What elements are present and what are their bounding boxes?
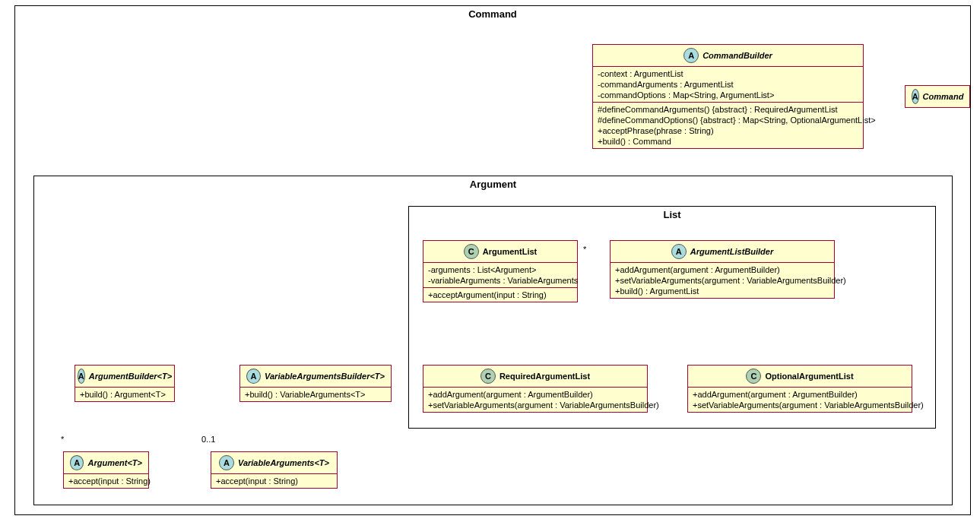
class-variable-arguments: A VariableArguments<T> +accept(input : S… bbox=[211, 451, 338, 489]
abstract-badge-icon: A bbox=[683, 48, 699, 63]
package-argument-title: Argument bbox=[34, 179, 952, 190]
class-title: RequiredArgumentList bbox=[500, 372, 590, 381]
op: +acceptPhrase(phrase : String) bbox=[598, 125, 858, 136]
class-title: Argument<T> bbox=[87, 458, 142, 467]
class-title: ArgumentList bbox=[483, 247, 538, 256]
class-title: CommandBuilder bbox=[702, 51, 772, 60]
class-command-builder: A CommandBuilder -context : ArgumentList… bbox=[592, 44, 864, 149]
class-argument-list-builder: A ArgumentListBuilder +addArgument(argum… bbox=[610, 240, 835, 299]
op: +setVariableArguments(argument : Variabl… bbox=[615, 275, 829, 286]
class-title: OptionalArgumentList bbox=[765, 372, 853, 381]
op: #defineCommandArguments() {abstract} : R… bbox=[598, 104, 858, 115]
multiplicity-variable-arguments: 0..1 bbox=[201, 435, 215, 444]
abstract-badge-icon: A bbox=[78, 369, 85, 384]
abstract-badge-icon: A bbox=[912, 89, 919, 104]
op: #defineCommandOptions() {abstract} : Map… bbox=[598, 115, 858, 125]
class-argument-list: C ArgumentList -arguments : List<Argumen… bbox=[423, 240, 578, 302]
op: +build() : Argument<T> bbox=[80, 389, 170, 400]
abstract-badge-icon: A bbox=[246, 369, 261, 384]
class-title: Command bbox=[923, 92, 964, 101]
class-title: VariableArguments<T> bbox=[238, 458, 329, 467]
class-variable-arguments-builder: A VariableArgumentsBuilder<T> +build() :… bbox=[239, 365, 392, 402]
op: +acceptArgument(input : String) bbox=[428, 290, 572, 300]
op: +addArgument(argument : ArgumentBuilder) bbox=[693, 389, 907, 400]
op: +build() : ArgumentList bbox=[615, 286, 829, 296]
uml-diagram: Command Argument List A CommandBuilder -… bbox=[0, 0, 980, 519]
class-title: VariableArgumentsBuilder<T> bbox=[265, 372, 385, 381]
attr: -variableArguments : VariableArguments bbox=[428, 275, 572, 286]
attr: -arguments : List<Argument> bbox=[428, 264, 572, 275]
class-badge-icon: C bbox=[746, 369, 761, 384]
op: +addArgument(argument : ArgumentBuilder) bbox=[428, 389, 642, 400]
op: +accept(input : String) bbox=[216, 476, 332, 486]
op: +setVariableArguments(argument : Variabl… bbox=[428, 400, 642, 410]
op: +build() : Command bbox=[598, 136, 858, 147]
class-title: ArgumentListBuilder bbox=[690, 247, 773, 256]
op: +build() : VariableArguments<T> bbox=[245, 389, 386, 400]
package-command-title: Command bbox=[15, 8, 970, 20]
class-argument-builder: A ArgumentBuilder<T> +build() : Argument… bbox=[75, 365, 175, 402]
class-optional-argument-list: C OptionalArgumentList +addArgument(argu… bbox=[687, 365, 912, 413]
op: +setVariableArguments(argument : Variabl… bbox=[693, 400, 907, 410]
class-required-argument-list: C RequiredArgumentList +addArgument(argu… bbox=[423, 365, 648, 413]
class-badge-icon: C bbox=[464, 244, 479, 259]
multiplicity-argument: * bbox=[61, 435, 64, 444]
class-command: A Command bbox=[905, 85, 970, 108]
op: +addArgument(argument : ArgumentBuilder) bbox=[615, 264, 829, 275]
attr: -commandOptions : Map<String, ArgumentLi… bbox=[598, 90, 858, 100]
class-title: ArgumentBuilder<T> bbox=[89, 372, 172, 381]
abstract-badge-icon: A bbox=[219, 455, 234, 470]
op: +accept(input : String) bbox=[68, 476, 144, 486]
attr: -commandArguments : ArgumentList bbox=[598, 79, 858, 90]
package-list-title: List bbox=[409, 209, 935, 220]
attr: -context : ArgumentList bbox=[598, 68, 858, 79]
abstract-badge-icon: A bbox=[671, 244, 687, 259]
class-badge-icon: C bbox=[480, 369, 496, 384]
class-argument: A Argument<T> +accept(input : String) bbox=[63, 451, 149, 489]
abstract-badge-icon: A bbox=[70, 455, 84, 470]
multiplicity-argument-list: * bbox=[583, 245, 586, 254]
